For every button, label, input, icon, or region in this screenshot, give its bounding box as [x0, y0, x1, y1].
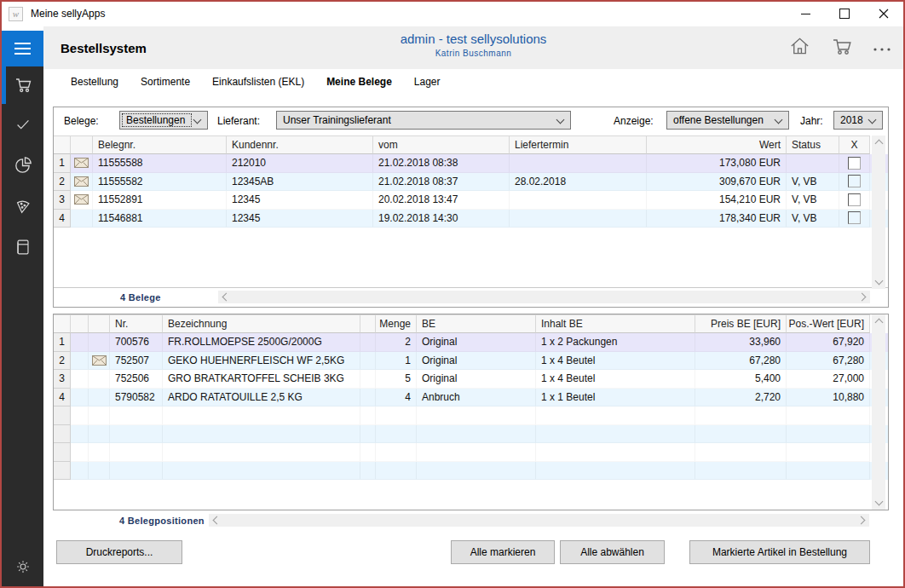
- cell-belegnr: 11552891: [93, 191, 227, 210]
- minimize-button[interactable]: [786, 2, 825, 26]
- row-number: 1: [54, 154, 71, 173]
- col-belegnr: Belegnr.: [93, 135, 227, 154]
- cell-belegnr: 11555588: [93, 154, 227, 173]
- mail-icon: [89, 352, 110, 371]
- app-header: Bestellsystem admin - test sellysolution…: [43, 26, 903, 69]
- scroll-right-icon[interactable]: [856, 514, 869, 527]
- row-checkbox[interactable]: [848, 211, 861, 224]
- icon-cell: [89, 333, 110, 352]
- cell-kundennr: 212010: [227, 154, 373, 173]
- table-row[interactable]: 2752507GEKO HUEHNERFLEISCH WF 2,5KG1Orig…: [54, 352, 888, 371]
- cell-blank: [360, 443, 376, 462]
- app-icon: w: [9, 7, 23, 21]
- row-number: 2: [54, 352, 71, 371]
- druckreports-button[interactable]: Druckreports...: [56, 540, 182, 564]
- cell-blank: [71, 406, 89, 425]
- sidebar-item-offers[interactable]: [2, 186, 43, 227]
- col-vom: vom: [373, 135, 510, 154]
- positions-vscrollbar[interactable]: [872, 314, 885, 510]
- cell-pos-wert: 10,880: [787, 389, 870, 407]
- cart-button[interactable]: [830, 35, 854, 61]
- scroll-left-icon[interactable]: [209, 514, 222, 527]
- cell-bezeichnung: ARDO RATATOUILLE 2,5 KG: [163, 389, 360, 407]
- tab-einkaufslisten[interactable]: Einkaufslisten (EKL): [212, 76, 304, 88]
- row-checkbox[interactable]: [848, 175, 861, 187]
- scroll-right-icon[interactable]: [856, 291, 870, 303]
- home-button[interactable]: [788, 35, 811, 61]
- cell-be: Original: [417, 352, 536, 371]
- icon-cell: [89, 389, 110, 407]
- cell-status: V, VB: [787, 210, 839, 228]
- sidebar: [2, 31, 43, 586]
- scroll-down-icon[interactable]: [872, 275, 885, 289]
- cell-blank: [89, 425, 110, 444]
- gear-icon: [14, 557, 32, 576]
- row-checkbox[interactable]: [848, 193, 861, 206]
- positions-panel: Nr. Bezeichnung Menge BE Inhalt BE Preis…: [53, 314, 889, 510]
- scroll-down-icon[interactable]: [872, 496, 885, 510]
- chevron-down-icon: [775, 116, 783, 124]
- col-be: BE: [417, 314, 536, 333]
- tab-lager[interactable]: Lager: [414, 76, 441, 88]
- cell-blank: [536, 443, 695, 462]
- tab-sortimente[interactable]: Sortimente: [141, 76, 190, 88]
- checkmark-icon: [14, 115, 32, 134]
- documents-vscrollbar[interactable]: [872, 135, 885, 289]
- col-menge: Menge: [376, 314, 417, 333]
- lieferant-select[interactable]: Unser Trainingslieferant: [276, 111, 571, 130]
- close-button[interactable]: [864, 2, 903, 26]
- more-ellipsis-icon: [873, 47, 891, 52]
- cell-pos-wert: 27,000: [787, 370, 870, 389]
- maximize-button[interactable]: [825, 2, 864, 26]
- cell-vom: 19.02.2018 14:30: [373, 210, 510, 228]
- cell-liefertermin: [510, 154, 647, 173]
- documents-table-body: 11155558821201021.02.2018 08:38173,080 E…: [54, 154, 888, 228]
- cell-blank: [110, 406, 163, 425]
- tab-meine-belege[interactable]: Meine Belege: [326, 76, 392, 88]
- cell-kundennr: 12345: [227, 210, 373, 228]
- cell-status: V, VB: [787, 173, 839, 192]
- row-checkbox[interactable]: [848, 157, 861, 170]
- belege-label: Belege:: [64, 115, 99, 127]
- table-row[interactable]: 4115468811234519.02.2018 14:30178,340 EU…: [54, 210, 888, 228]
- sidebar-settings-button[interactable]: [2, 557, 43, 576]
- table-row[interactable]: 11155558821201021.02.2018 08:38173,080 E…: [54, 154, 888, 173]
- table-row[interactable]: 3752506GRO BRATKARTOFFEL SCHEIB 3KG5Orig…: [54, 370, 888, 389]
- alle-markieren-button[interactable]: Alle markieren: [451, 540, 555, 564]
- table-row[interactable]: 21155558212345AB21.02.2018 08:3728.02.20…: [54, 173, 888, 192]
- scroll-up-icon[interactable]: [872, 314, 885, 328]
- cell-nr: 752506: [110, 370, 163, 389]
- cell-blank: [787, 406, 870, 425]
- cell-blank: [417, 462, 536, 481]
- sidebar-item-bestellsystem[interactable]: [2, 66, 43, 104]
- tab-bestellung[interactable]: Bestellung: [71, 76, 118, 88]
- alle-abwaehlen-button[interactable]: Alle abwählen: [560, 540, 665, 564]
- table-row[interactable]: 45790582ARDO RATATOUILLE 2,5 KG4Anbruch1…: [54, 389, 888, 407]
- close-icon: [879, 9, 889, 19]
- documents-hscrollbar[interactable]: [218, 291, 870, 303]
- col-kundennr: Kundennr.: [227, 135, 373, 154]
- col-pos-wert: Pos.-Wert [EUR]: [787, 314, 870, 333]
- anzeige-select[interactable]: offene Bestellungen: [666, 111, 789, 130]
- more-button[interactable]: [873, 40, 891, 55]
- chevron-down-icon: [556, 116, 565, 124]
- cell-inhalt-be: 1 x 1 Beutel: [536, 389, 695, 407]
- sidebar-item-check[interactable]: [2, 104, 43, 145]
- cell-blank: [163, 443, 360, 462]
- cell-blank: [695, 406, 787, 425]
- table-row[interactable]: 1700576FR.ROLLMOEPSE 2500G/2000G2Origina…: [54, 333, 888, 352]
- belege-select[interactable]: Bestellungen: [119, 111, 208, 130]
- cell-blank: [360, 389, 376, 407]
- hamburger-menu-button[interactable]: [2, 31, 43, 66]
- scroll-left-icon[interactable]: [218, 291, 232, 303]
- scroll-up-icon[interactable]: [872, 135, 885, 149]
- positions-hscrollbar[interactable]: [209, 514, 869, 527]
- table-row[interactable]: 3115528911234520.02.2018 13:47154,210 EU…: [54, 191, 888, 210]
- cell-menge: 2: [376, 333, 417, 352]
- markierte-artikel-button[interactable]: Markierte Artikel in Bestellung: [689, 540, 870, 564]
- cell-bezeichnung: GRO BRATKARTOFFEL SCHEIB 3KG: [163, 370, 360, 389]
- jahr-select[interactable]: 2018: [833, 111, 883, 130]
- sidebar-item-statistics[interactable]: [2, 145, 43, 186]
- sidebar-item-catalog[interactable]: [2, 227, 43, 268]
- cell-blank: [376, 443, 417, 462]
